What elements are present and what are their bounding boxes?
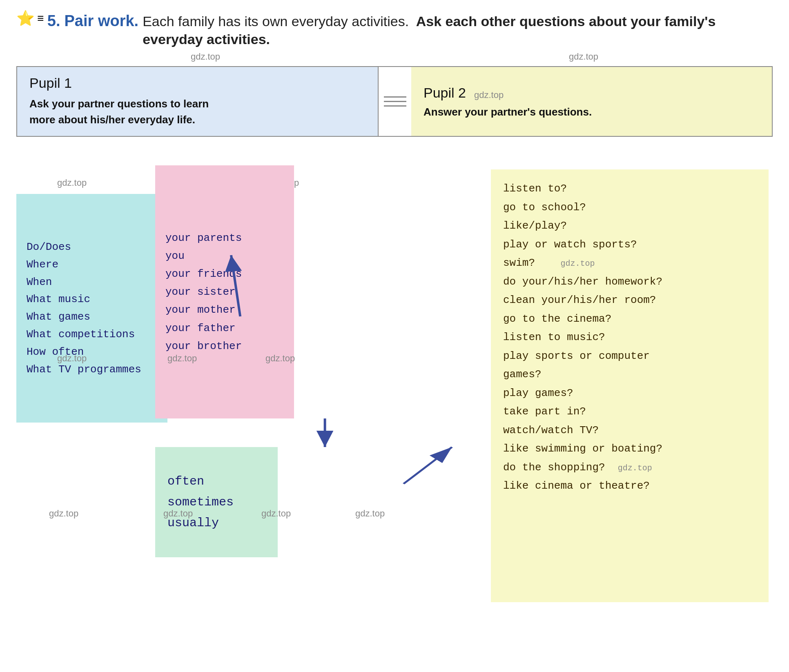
watermark-pupil2: gdz.top: [474, 90, 504, 100]
pink-item-2: your friends: [165, 265, 284, 283]
header-watermarks: gdz.top gdz.top: [16, 51, 773, 62]
yellow-item-12: take part in?: [503, 403, 756, 421]
connector-line-3: [384, 105, 406, 107]
pink-item-3: your sister: [165, 283, 284, 301]
pink-item-1: you: [165, 247, 284, 265]
watermark-b4: gdz.top: [355, 508, 385, 519]
yellow-item-3: play or watch sports?: [503, 236, 756, 254]
connector-line-1: [384, 96, 406, 98]
connector-lines: [379, 67, 411, 136]
yellow-item-6: clean your/his/her room?: [503, 291, 756, 310]
watermark-b1: gdz.top: [49, 508, 78, 519]
pupil1-text: Ask your partner questions to learn more…: [29, 96, 366, 128]
pink-item-4: your mother: [165, 301, 284, 319]
blue-item-6: How often: [27, 343, 157, 361]
blue-item-1: Where: [27, 256, 157, 274]
svg-line-3: [403, 447, 452, 484]
blue-item-4: What games: [27, 308, 157, 326]
pink-box: your parents you your friends your siste…: [155, 165, 294, 418]
yellow-item-14: like swimming or boating?: [503, 440, 756, 458]
page: ⭐ ≡ 5. Pair work. Each family has its ow…: [0, 0, 789, 672]
mint-item-0: often: [167, 471, 265, 492]
yellow-item-2: like/play?: [503, 217, 756, 236]
blue-item-0: Do/Does: [27, 238, 157, 256]
exercise-title: Pair work.: [65, 12, 139, 30]
exercise-number: 5.: [47, 12, 60, 30]
blue-item-3: What music: [27, 291, 157, 308]
yellow-item-9: play sports or computer: [503, 347, 756, 366]
pink-item-6: your brother: [165, 337, 284, 355]
yellow-item-8: listen to music?: [503, 328, 756, 347]
pupil1-title: Pupil 1: [29, 75, 366, 91]
star-icon: ⭐: [16, 12, 35, 27]
pink-item-0: your parents: [165, 229, 284, 247]
pupil2-box: Pupil 2 gdz.top Answer your partner's qu…: [411, 67, 772, 136]
pupil2-title: Pupil 2: [423, 85, 466, 101]
yellow-item-1: go to school?: [503, 198, 756, 217]
yellow-item-7: go to the cinema?: [503, 310, 756, 329]
watermark-m2: gdz.top: [167, 353, 197, 364]
yellow-item-4: swim? gdz.top: [503, 254, 756, 273]
yellow-item-13: watch/watch TV?: [503, 421, 756, 440]
pink-item-5: your father: [165, 319, 284, 337]
yellow-item-11: play games?: [503, 384, 756, 403]
blue-item-5: What competitions: [27, 326, 157, 343]
yellow-item-15: do the shopping? gdz.top: [503, 458, 756, 477]
blue-item-2: When: [27, 274, 157, 291]
blue-box: Do/Does Where When What music What games…: [16, 194, 167, 423]
watermark-d1: gdz.top: [57, 178, 87, 188]
watermark-h1: gdz.top: [191, 51, 220, 62]
pupil2-text: Answer your partner's questions.: [423, 106, 760, 118]
yellow-item-0: listen to?: [503, 180, 756, 198]
yellow-item-16: like cinema or theatre?: [503, 477, 756, 496]
yellow-item-5: do your/his/her homework?: [503, 273, 756, 291]
list-icon: ≡: [37, 12, 44, 26]
yellow-item-10: games?: [503, 365, 756, 384]
pupil1-box: Pupil 1 Ask your partner questions to le…: [17, 67, 379, 136]
yellow-box: listen to? go to school? like/play? play…: [491, 169, 769, 602]
header-text-normal: Each family has its own everyday activit…: [143, 13, 409, 29]
watermark-b3: gdz.top: [261, 508, 291, 519]
watermark-m3: gdz.top: [265, 353, 295, 364]
watermark-m1: gdz.top: [57, 353, 87, 364]
header-text: Each family has its own everyday activit…: [143, 12, 773, 48]
pupil-boxes: Pupil 1 Ask your partner questions to le…: [16, 66, 773, 137]
watermark-b2: gdz.top: [163, 508, 193, 519]
connector-line-2: [384, 101, 406, 102]
watermark-h2: gdz.top: [569, 51, 598, 62]
blue-item-7: What TV programmes: [27, 361, 157, 378]
diagram-area: gdz.top gdz.top gdz.top Do/Does Where Wh…: [16, 153, 773, 623]
mint-box: often sometimes usually: [155, 447, 278, 557]
header-row: ⭐ ≡ 5. Pair work. Each family has its ow…: [16, 12, 773, 48]
